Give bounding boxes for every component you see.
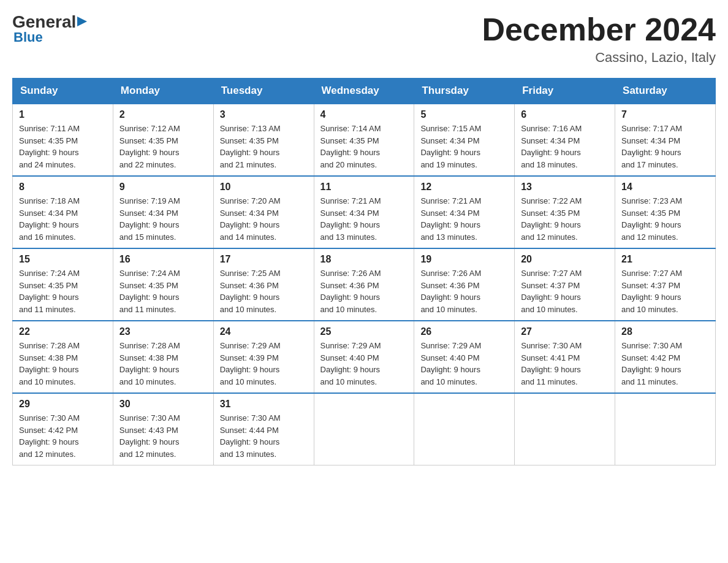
weekday-header-thursday: Thursday: [414, 79, 515, 104]
day-number: 19: [420, 254, 508, 265]
day-info: Sunrise: 7:12 AMSunset: 4:35 PMDaylight:…: [119, 124, 180, 169]
calendar-week-row: 15 Sunrise: 7:24 AMSunset: 4:35 PMDaylig…: [13, 248, 716, 321]
page-header: General Blue December 2024 Cassino, Lazi…: [12, 12, 716, 66]
day-number: 15: [19, 254, 107, 265]
day-number: 22: [19, 326, 107, 337]
day-info: Sunrise: 7:24 AMSunset: 4:35 PMDaylight:…: [119, 269, 180, 314]
calendar-day-cell: 10 Sunrise: 7:20 AMSunset: 4:34 PMDaylig…: [213, 176, 314, 248]
logo-arrow-icon: [77, 15, 89, 28]
day-number: 16: [119, 254, 207, 265]
day-number: 27: [521, 326, 609, 337]
day-info: Sunrise: 7:29 AMSunset: 4:39 PMDaylight:…: [220, 341, 281, 386]
day-info: Sunrise: 7:22 AMSunset: 4:35 PMDaylight:…: [521, 196, 582, 242]
calendar-week-row: 29 Sunrise: 7:30 AMSunset: 4:42 PMDaylig…: [13, 393, 716, 465]
day-number: 24: [220, 326, 308, 337]
svg-marker-0: [77, 17, 87, 26]
weekday-header-friday: Friday: [515, 79, 615, 104]
day-number: 17: [220, 254, 308, 265]
day-info: Sunrise: 7:20 AMSunset: 4:34 PMDaylight:…: [220, 196, 281, 242]
calendar-day-cell: 19 Sunrise: 7:26 AMSunset: 4:36 PMDaylig…: [414, 248, 515, 321]
day-info: Sunrise: 7:26 AMSunset: 4:36 PMDaylight:…: [320, 269, 381, 314]
day-number: 8: [19, 182, 107, 193]
day-info: Sunrise: 7:23 AMSunset: 4:35 PMDaylight:…: [621, 196, 682, 242]
day-number: 31: [220, 399, 308, 410]
calendar-day-cell: 23 Sunrise: 7:28 AMSunset: 4:38 PMDaylig…: [113, 321, 213, 393]
day-info: Sunrise: 7:25 AMSunset: 4:36 PMDaylight:…: [220, 269, 281, 314]
calendar-day-cell: 24 Sunrise: 7:29 AMSunset: 4:39 PMDaylig…: [213, 321, 314, 393]
calendar-day-cell: 7 Sunrise: 7:17 AMSunset: 4:34 PMDayligh…: [615, 104, 716, 176]
calendar-day-cell: 2 Sunrise: 7:12 AMSunset: 4:35 PMDayligh…: [113, 104, 213, 176]
logo-blue-text: Blue: [13, 29, 43, 45]
day-number: 26: [420, 326, 508, 337]
day-info: Sunrise: 7:26 AMSunset: 4:36 PMDaylight:…: [420, 269, 481, 314]
day-info: Sunrise: 7:27 AMSunset: 4:37 PMDaylight:…: [521, 269, 582, 314]
calendar-day-cell: 18 Sunrise: 7:26 AMSunset: 4:36 PMDaylig…: [314, 248, 414, 321]
day-number: 21: [621, 254, 709, 265]
day-info: Sunrise: 7:30 AMSunset: 4:43 PMDaylight:…: [119, 413, 180, 459]
day-info: Sunrise: 7:28 AMSunset: 4:38 PMDaylight:…: [119, 341, 180, 386]
calendar-week-row: 1 Sunrise: 7:11 AMSunset: 4:35 PMDayligh…: [13, 104, 716, 176]
calendar-day-cell: 27 Sunrise: 7:30 AMSunset: 4:41 PMDaylig…: [515, 321, 615, 393]
day-number: 5: [420, 109, 508, 120]
day-info: Sunrise: 7:27 AMSunset: 4:37 PMDaylight:…: [621, 269, 682, 314]
calendar-day-cell: 1 Sunrise: 7:11 AMSunset: 4:35 PMDayligh…: [13, 104, 113, 176]
calendar-week-row: 22 Sunrise: 7:28 AMSunset: 4:38 PMDaylig…: [13, 321, 716, 393]
day-number: 23: [119, 326, 207, 337]
calendar-day-cell: 14 Sunrise: 7:23 AMSunset: 4:35 PMDaylig…: [615, 176, 716, 248]
day-info: Sunrise: 7:16 AMSunset: 4:34 PMDaylight:…: [521, 124, 582, 169]
day-number: 11: [320, 182, 408, 193]
day-number: 2: [119, 109, 207, 120]
day-number: 28: [621, 326, 709, 337]
calendar-day-cell: 22 Sunrise: 7:28 AMSunset: 4:38 PMDaylig…: [13, 321, 113, 393]
day-info: Sunrise: 7:30 AMSunset: 4:44 PMDaylight:…: [220, 413, 281, 459]
day-number: 3: [220, 109, 308, 120]
calendar-day-cell: 16 Sunrise: 7:24 AMSunset: 4:35 PMDaylig…: [113, 248, 213, 321]
day-info: Sunrise: 7:15 AMSunset: 4:34 PMDaylight:…: [420, 124, 481, 169]
weekday-header-row: SundayMondayTuesdayWednesdayThursdayFrid…: [13, 79, 716, 104]
weekday-header-wednesday: Wednesday: [314, 79, 414, 104]
day-number: 13: [521, 182, 609, 193]
logo: General Blue: [12, 12, 89, 45]
calendar-day-cell: 30 Sunrise: 7:30 AMSunset: 4:43 PMDaylig…: [113, 393, 213, 465]
day-info: Sunrise: 7:30 AMSunset: 4:42 PMDaylight:…: [621, 341, 682, 386]
empty-cell: [515, 393, 615, 465]
day-info: Sunrise: 7:30 AMSunset: 4:42 PMDaylight:…: [19, 413, 80, 459]
day-info: Sunrise: 7:11 AMSunset: 4:35 PMDaylight:…: [19, 124, 80, 169]
calendar-week-row: 8 Sunrise: 7:18 AMSunset: 4:34 PMDayligh…: [13, 176, 716, 248]
calendar-day-cell: 17 Sunrise: 7:25 AMSunset: 4:36 PMDaylig…: [213, 248, 314, 321]
day-number: 14: [621, 182, 709, 193]
calendar-table: SundayMondayTuesdayWednesdayThursdayFrid…: [12, 78, 716, 465]
calendar-day-cell: 25 Sunrise: 7:29 AMSunset: 4:40 PMDaylig…: [314, 321, 414, 393]
day-info: Sunrise: 7:17 AMSunset: 4:34 PMDaylight:…: [621, 124, 682, 169]
calendar-day-cell: 5 Sunrise: 7:15 AMSunset: 4:34 PMDayligh…: [414, 104, 515, 176]
month-title: December 2024: [482, 12, 716, 47]
day-info: Sunrise: 7:29 AMSunset: 4:40 PMDaylight:…: [320, 341, 381, 386]
day-info: Sunrise: 7:21 AMSunset: 4:34 PMDaylight:…: [420, 196, 481, 242]
calendar-day-cell: 12 Sunrise: 7:21 AMSunset: 4:34 PMDaylig…: [414, 176, 515, 248]
day-number: 30: [119, 399, 207, 410]
day-info: Sunrise: 7:24 AMSunset: 4:35 PMDaylight:…: [19, 269, 80, 314]
day-number: 18: [320, 254, 408, 265]
calendar-day-cell: 31 Sunrise: 7:30 AMSunset: 4:44 PMDaylig…: [213, 393, 314, 465]
empty-cell: [615, 393, 716, 465]
calendar-day-cell: 6 Sunrise: 7:16 AMSunset: 4:34 PMDayligh…: [515, 104, 615, 176]
title-section: December 2024 Cassino, Lazio, Italy: [482, 12, 716, 66]
calendar-day-cell: 4 Sunrise: 7:14 AMSunset: 4:35 PMDayligh…: [314, 104, 414, 176]
day-number: 1: [19, 109, 107, 120]
day-number: 20: [521, 254, 609, 265]
day-number: 7: [621, 109, 709, 120]
day-info: Sunrise: 7:19 AMSunset: 4:34 PMDaylight:…: [119, 196, 180, 242]
day-info: Sunrise: 7:30 AMSunset: 4:41 PMDaylight:…: [521, 341, 582, 386]
day-info: Sunrise: 7:14 AMSunset: 4:35 PMDaylight:…: [320, 124, 381, 169]
calendar-day-cell: 21 Sunrise: 7:27 AMSunset: 4:37 PMDaylig…: [615, 248, 716, 321]
calendar-day-cell: 8 Sunrise: 7:18 AMSunset: 4:34 PMDayligh…: [13, 176, 113, 248]
day-info: Sunrise: 7:29 AMSunset: 4:40 PMDaylight:…: [420, 341, 481, 386]
weekday-header-saturday: Saturday: [615, 79, 716, 104]
day-number: 29: [19, 399, 107, 410]
day-info: Sunrise: 7:13 AMSunset: 4:35 PMDaylight:…: [220, 124, 281, 169]
empty-cell: [314, 393, 414, 465]
calendar-day-cell: 13 Sunrise: 7:22 AMSunset: 4:35 PMDaylig…: [515, 176, 615, 248]
day-info: Sunrise: 7:18 AMSunset: 4:34 PMDaylight:…: [19, 196, 80, 242]
weekday-header-tuesday: Tuesday: [213, 79, 314, 104]
day-number: 9: [119, 182, 207, 193]
